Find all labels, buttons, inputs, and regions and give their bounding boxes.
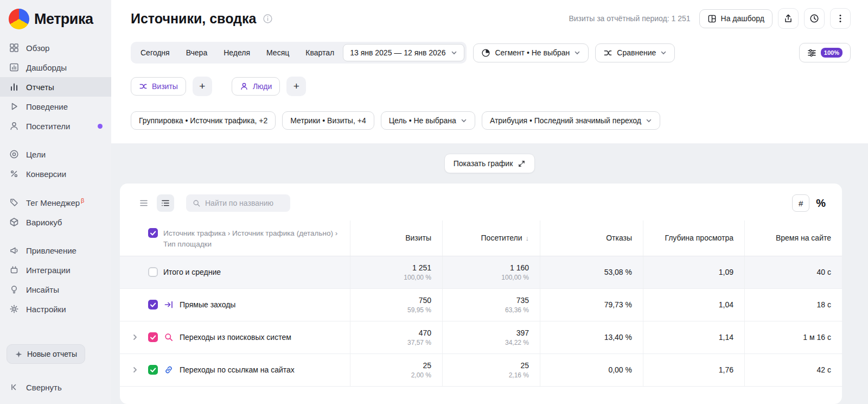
chevron-down-icon <box>574 49 580 56</box>
play-icon <box>9 102 20 111</box>
visits-value: 750 <box>419 296 431 305</box>
share-button[interactable] <box>778 8 799 29</box>
time-value: 1 м 16 с <box>803 333 831 342</box>
percent-icon <box>9 169 20 179</box>
person-icon <box>240 82 248 91</box>
flat-list-view-toggle[interactable] <box>135 194 152 212</box>
sidebar-bottom: Новые отчеты Свернуть <box>0 339 111 396</box>
dimension-header[interactable]: Источник трафика › Источник трафика (дет… <box>163 228 341 250</box>
sidebar-item-label: Инсайты <box>26 285 59 294</box>
row-checkbox[interactable] <box>148 300 158 310</box>
visitors-value: 397 <box>516 329 529 337</box>
row-checkbox[interactable] <box>148 267 158 277</box>
add-people-metric-button[interactable]: + <box>286 77 306 96</box>
visits-chip-label: Визиты <box>152 82 178 91</box>
depth-value: 1,09 <box>719 268 733 276</box>
collapse-label: Свернуть <box>26 383 62 392</box>
report-settings-row: Группировка • Источник трафика, +2 Метри… <box>131 110 851 131</box>
visits-chip[interactable]: Визиты <box>131 77 186 96</box>
row-checkbox[interactable] <box>148 332 158 342</box>
column-header-bounce[interactable]: Отказы <box>540 220 643 256</box>
new-reports-label: Новые отчеты <box>27 350 77 358</box>
collapse-sidebar-button[interactable]: Свернуть <box>0 378 111 396</box>
percent-values-toggle[interactable]: % <box>816 197 828 210</box>
people-chip[interactable]: Люди <box>232 77 280 96</box>
show-chart-button[interactable]: Показать график <box>444 154 535 173</box>
metrics-dropdown[interactable]: Метрики • Визиты, +4 <box>282 111 374 130</box>
bounce-value: 79,73 % <box>604 300 632 309</box>
new-reports-button[interactable]: Новые отчеты <box>7 344 85 364</box>
kebab-menu-button[interactable] <box>830 8 851 29</box>
sidebar-item-acquisition[interactable]: Привлечение <box>0 241 111 260</box>
sidebar-item-reports[interactable]: Отчеты <box>0 77 111 97</box>
visits-period-note: Визиты за отчётный период: 1 251 <box>569 14 690 23</box>
table-search[interactable] <box>186 194 290 212</box>
sidebar-nav: Обзор Дашборды Отчеты Поведение Посетите… <box>0 38 111 319</box>
chevron-down-icon <box>461 117 467 124</box>
sidebar-item-variocube[interactable]: Вариокуб <box>0 212 111 232</box>
tree-list-view-toggle[interactable] <box>157 194 174 212</box>
sidebar-item-settings[interactable]: Настройки <box>0 299 111 319</box>
sidebar-item-label: Обзор <box>26 43 49 53</box>
chevron-down-icon <box>660 49 667 56</box>
expand-row-chevron[interactable] <box>131 365 143 374</box>
expand-row-chevron[interactable] <box>131 333 143 342</box>
time-value: 40 с <box>817 268 831 276</box>
period-selector: Сегодня Вчера Неделя Месяц Квартал 13 ян… <box>131 42 467 64</box>
absolute-values-toggle[interactable]: # <box>792 194 809 212</box>
column-header-visits[interactable]: Визиты <box>350 220 442 256</box>
history-clock-button[interactable] <box>804 8 825 29</box>
info-icon[interactable] <box>263 14 273 24</box>
visits-value: 1 251 <box>412 263 431 272</box>
table-header-row: Источник трафика › Источник трафика (дет… <box>120 220 842 256</box>
row-checkbox[interactable] <box>148 365 158 375</box>
search-input[interactable] <box>205 199 284 207</box>
sidebar-item-conversions[interactable]: Конверсии <box>0 164 111 184</box>
to-dashboard-button[interactable]: На дашборд <box>699 9 773 28</box>
attribution-dropdown[interactable]: Атрибуция • Последний значимый переход <box>482 111 660 130</box>
column-header-time[interactable]: Время на сайте <box>744 220 842 256</box>
period-quarter[interactable]: Квартал <box>298 45 342 61</box>
sidebar-item-insights[interactable]: Инсайты <box>0 280 111 299</box>
person-icon <box>9 121 20 131</box>
table-row-direct[interactable]: Прямые заходы 75059,95 % 73563,36 % 79,7… <box>120 289 842 321</box>
period-yesterday[interactable]: Вчера <box>178 45 215 61</box>
comparison-value: Сравнение <box>617 48 656 57</box>
lightbulb-icon <box>9 285 20 294</box>
collapse-left-icon <box>9 382 20 392</box>
sidebar-item-tag-manager[interactable]: Тег Менеджерβ <box>0 192 111 212</box>
sampling-control[interactable]: 100% <box>799 43 851 62</box>
add-visits-metric-button[interactable]: + <box>193 77 212 96</box>
sidebar-item-goals[interactable]: Цели <box>0 144 111 164</box>
sidebar-item-integrations[interactable]: Интеграции <box>0 260 111 280</box>
goal-dropdown[interactable]: Цель • Не выбрана <box>381 111 475 130</box>
sidebar-item-behavior[interactable]: Поведение <box>0 97 111 116</box>
bounce-value: 53,08 % <box>604 268 632 276</box>
row-label: Переходы из поисковых систем <box>180 333 291 342</box>
period-week[interactable]: Неделя <box>216 45 258 61</box>
header-actions: Визиты за отчётный период: 1 251 На дашб… <box>569 8 851 29</box>
table-row-site-links[interactable]: Переходы по ссылкам на сайтах 252,00 % 2… <box>120 354 842 387</box>
app-logo[interactable]: Метрика <box>0 8 111 38</box>
date-range-value: 13 янв 2025 — 12 янв 2026 <box>350 48 445 57</box>
table-row-totals[interactable]: Итого и средние 1 251100,00 % 1 160100,0… <box>120 256 842 289</box>
sidebar-item-dashboards[interactable]: Дашборды <box>0 58 111 77</box>
column-header-depth[interactable]: Глубина просмотра <box>643 220 744 256</box>
comparison-dropdown[interactable]: Сравнение <box>595 43 675 62</box>
sidebar-item-label: Дашборды <box>26 63 67 72</box>
target-icon <box>9 149 20 159</box>
select-all-checkbox[interactable] <box>148 228 158 238</box>
segment-dropdown[interactable]: Сегмент • Не выбран <box>473 43 589 62</box>
grouping-dropdown[interactable]: Группировка • Источник трафика, +2 <box>131 111 276 130</box>
column-header-visitors[interactable]: Посетители↓ <box>442 220 540 256</box>
bar-chart-icon <box>9 82 20 92</box>
row-label: Итого и средние <box>163 268 221 276</box>
sidebar-item-visitors[interactable]: Посетители <box>0 116 111 136</box>
period-today[interactable]: Сегодня <box>133 45 177 61</box>
date-range-picker[interactable]: 13 янв 2025 — 12 янв 2026 <box>343 44 464 61</box>
notification-dot <box>98 124 103 129</box>
sidebar-item-overview[interactable]: Обзор <box>0 38 111 58</box>
table-row-search-engines[interactable]: Переходы из поисковых систем 47037,57 % … <box>120 321 842 354</box>
visits-value: 25 <box>423 361 431 370</box>
period-month[interactable]: Месяц <box>259 45 297 61</box>
